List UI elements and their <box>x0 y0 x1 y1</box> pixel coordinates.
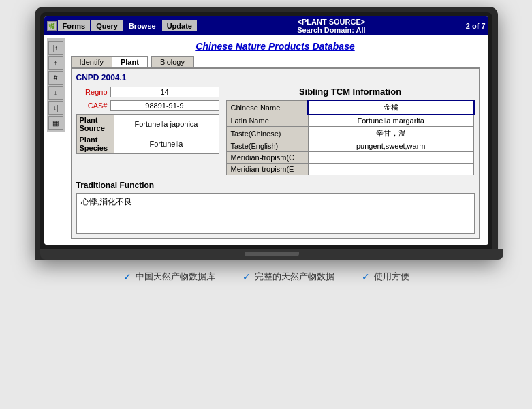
regno-label: Regno <box>76 88 110 96</box>
cas-row: CAS# 98891-91-9 <box>76 100 219 111</box>
feature-2: ✓ 完整的天然产物数据 <box>242 271 334 283</box>
check-icon-1: ✓ <box>123 271 131 282</box>
tabs-right: Biology <box>151 56 194 67</box>
tcm-label-meridian-c: Meridian-tropism(C <box>226 152 308 164</box>
record-id: CNPD 2004.1 <box>76 73 475 82</box>
check-icon-2: ✓ <box>242 271 251 282</box>
title-bar: 🌿 Forms Query Browse Update <PLANT SOURC… <box>44 16 488 35</box>
tcm-value-chinese-name[interactable]: 金橘 <box>308 100 474 115</box>
app-window: 🌿 Forms Query Browse Update <PLANT SOURC… <box>44 16 488 245</box>
content-area: |↑ ↑ # ↓ ↓| ▦ Chinese Nature Products Da… <box>44 35 488 245</box>
nav-first[interactable]: |↑ <box>48 41 63 55</box>
feature-label-3: 使用方便 <box>374 271 409 283</box>
feature-label-2: 完整的天然产物数据 <box>255 271 334 283</box>
menu-bar: Forms Query Browse Update <box>58 20 197 31</box>
regno-row: Regno 14 <box>76 87 219 97</box>
title-bar-left: 🌿 Forms Query Browse Update <box>47 20 197 31</box>
traditional-function-title: Traditional Function <box>76 181 475 190</box>
tabs-row: Identify Plant Biology <box>71 56 480 67</box>
menu-forms[interactable]: Forms <box>58 20 91 31</box>
plant-species-label: PlantSpecies <box>76 134 114 154</box>
menu-query[interactable]: Query <box>91 20 123 31</box>
tcm-row-taste-english: Taste(English) pungent,sweet,warm <box>226 140 474 152</box>
plant-table: PlantSource Fortunella japonica PlantSpe… <box>76 114 219 154</box>
form-area: CNPD 2004.1 Regno 14 <box>71 67 480 239</box>
table-row-plant-source: PlantSource Fortunella japonica <box>76 115 219 134</box>
menu-update[interactable]: Update <box>162 20 197 31</box>
laptop-shell: 🌿 Forms Query Browse Update <PLANT SOURC… <box>35 7 498 260</box>
nav-last[interactable]: ↓| <box>48 101 63 115</box>
laptop-base <box>40 249 503 260</box>
bottom-features: ✓ 中国天然产物数据库 ✓ 完整的天然产物数据 ✓ 使用方便 <box>123 271 409 283</box>
plant-source-value[interactable]: Fortunella japonica <box>114 115 219 134</box>
tab-identify[interactable]: Identify <box>72 57 112 67</box>
laptop-notch <box>245 252 299 256</box>
tcm-label-chinese-name: Chinese Name <box>226 100 308 115</box>
title-right: 2 of 7 <box>466 22 486 30</box>
nav-next[interactable]: ↓ <box>48 86 63 100</box>
cas-value[interactable]: 98891-91-9 <box>110 100 219 111</box>
tcm-label-latin-name: Latin Name <box>226 115 308 127</box>
screen-inner: 🌿 Forms Query Browse Update <PLANT SOURC… <box>44 16 488 245</box>
tcm-table: Chinese Name 金橘 Latin Name Fortunella ma… <box>226 100 475 175</box>
tcm-row-meridian-c: Meridian-tropism(C <box>226 152 474 164</box>
nav-sidebar: |↑ ↑ # ↓ ↓| ▦ <box>47 38 65 132</box>
title-center: <PLANT SOURCE>Search Domain: All <box>197 18 466 34</box>
tcm-value-latin-name[interactable]: Fortunella margarita <box>308 115 474 127</box>
tcm-value-taste-chinese[interactable]: 辛甘，温 <box>308 127 474 140</box>
two-col-layout: Regno 14 CAS# 98891-91-9 <box>76 87 475 175</box>
check-icon-3: ✓ <box>362 271 370 282</box>
feature-3: ✓ 使用方便 <box>362 271 409 283</box>
laptop-screen: 🌿 Forms Query Browse Update <PLANT SOURC… <box>40 12 492 249</box>
traditional-function-section: Traditional Function 心悸,消化不良 <box>76 181 475 234</box>
tcm-row-latin-name: Latin Name Fortunella margarita <box>226 115 474 127</box>
tcm-row-taste-chinese: Taste(Chinese) 辛甘，温 <box>226 127 474 140</box>
feature-label-1: 中国天然产物数据库 <box>136 271 215 283</box>
menu-browse[interactable]: Browse <box>124 20 161 31</box>
sibling-tcm-title: Sibling TCM Information <box>226 87 475 97</box>
app-icon: 🌿 <box>47 21 57 31</box>
tcm-row-chinese-name: Chinese Name 金橘 <box>226 100 474 115</box>
tab-plant[interactable]: Plant <box>112 57 148 67</box>
tcm-value-meridian-c[interactable] <box>308 152 474 164</box>
tabs-left: Identify Plant <box>71 56 148 67</box>
toolbar: |↑ ↑ # ↓ ↓| ▦ Chinese Nature Products Da… <box>47 38 486 242</box>
tcm-label-taste-english: Taste(English) <box>226 140 308 152</box>
nav-hash[interactable]: # <box>48 71 63 85</box>
nav-prev[interactable]: ↑ <box>48 56 63 70</box>
tcm-label-meridian-e: Meridian-tropism(E <box>226 164 308 175</box>
tcm-value-taste-english[interactable]: pungent,sweet,warm <box>308 140 474 152</box>
traditional-function-content[interactable]: 心悸,消化不良 <box>76 193 475 234</box>
plant-species-value[interactable]: Fortunella <box>114 134 219 154</box>
tcm-value-meridian-e[interactable] <box>308 164 474 175</box>
right-column: Sibling TCM Information Chinese Name 金橘 <box>226 87 475 175</box>
left-column: Regno 14 CAS# 98891-91-9 <box>76 87 219 175</box>
tcm-row-meridian-e: Meridian-tropism(E <box>226 164 474 175</box>
nav-grid[interactable]: ▦ <box>48 116 63 130</box>
tab-biology[interactable]: Biology <box>152 57 193 67</box>
table-row-plant-species: PlantSpecies Fortunella <box>76 134 219 154</box>
cas-label: CAS# <box>76 102 110 110</box>
plant-source-label: PlantSource <box>76 115 114 134</box>
db-title: Chinese Nature Products Database <box>71 41 480 52</box>
regno-value[interactable]: 14 <box>110 87 219 97</box>
tcm-label-taste-chinese: Taste(Chinese) <box>226 127 308 140</box>
feature-1: ✓ 中国天然产物数据库 <box>123 271 215 283</box>
main-content: Chinese Nature Products Database Identif… <box>65 38 486 242</box>
